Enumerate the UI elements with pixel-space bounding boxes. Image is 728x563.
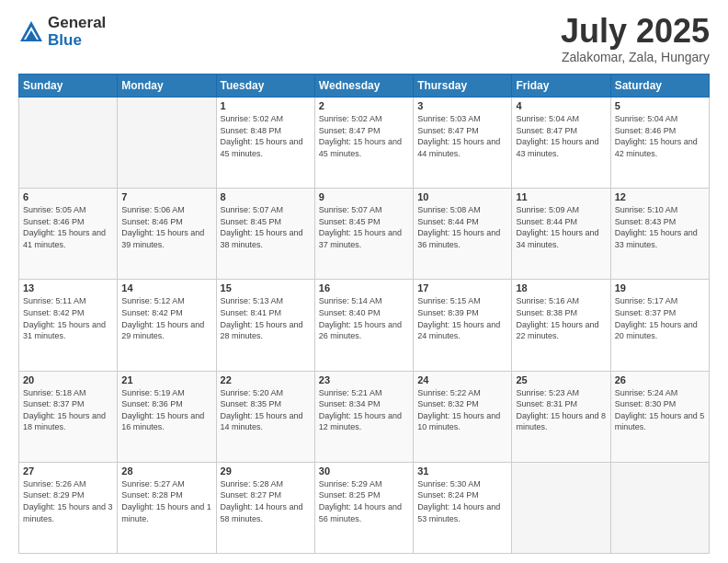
day-number: 24 xyxy=(417,374,507,385)
day-number: 28 xyxy=(121,465,211,477)
day-info: Sunrise: 5:02 AMSunset: 8:48 PMDaylight:… xyxy=(221,114,303,158)
day-info: Sunrise: 5:30 AMSunset: 8:24 PMDaylight:… xyxy=(417,479,500,523)
day-number: 12 xyxy=(615,191,705,202)
table-row: 21 Sunrise: 5:19 AMSunset: 8:36 PMDaylig… xyxy=(118,371,216,462)
day-number: 3 xyxy=(417,100,507,111)
calendar-header-row: Sunday Monday Tuesday Wednesday Thursday… xyxy=(19,75,710,98)
col-monday: Monday xyxy=(118,75,216,98)
header: General Blue July 2025 Zalakomar, Zala, … xyxy=(18,15,710,64)
day-info: Sunrise: 5:15 AMSunset: 8:39 PMDaylight:… xyxy=(417,296,500,340)
table-row: 15 Sunrise: 5:13 AMSunset: 8:41 PMDaylig… xyxy=(216,280,314,371)
table-row: 24 Sunrise: 5:22 AMSunset: 8:32 PMDaylig… xyxy=(414,371,512,462)
calendar-week-row: 20 Sunrise: 5:18 AMSunset: 8:37 PMDaylig… xyxy=(19,371,710,462)
day-info: Sunrise: 5:08 AMSunset: 8:44 PMDaylight:… xyxy=(417,205,500,249)
table-row: 30 Sunrise: 5:29 AMSunset: 8:25 PMDaylig… xyxy=(314,462,413,553)
table-row: 1 Sunrise: 5:02 AMSunset: 8:48 PMDayligh… xyxy=(216,98,314,189)
title-block: July 2025 Zalakomar, Zala, Hungary xyxy=(561,15,710,64)
calendar-week-row: 1 Sunrise: 5:02 AMSunset: 8:48 PMDayligh… xyxy=(19,98,710,189)
day-number: 31 xyxy=(417,465,507,477)
day-number: 23 xyxy=(319,374,409,385)
day-info: Sunrise: 5:24 AMSunset: 8:30 PMDaylight:… xyxy=(615,388,705,432)
day-number: 1 xyxy=(221,100,311,111)
day-number: 10 xyxy=(417,191,507,202)
day-info: Sunrise: 5:29 AMSunset: 8:25 PMDaylight:… xyxy=(319,479,402,523)
day-info: Sunrise: 5:19 AMSunset: 8:36 PMDaylight:… xyxy=(121,388,204,432)
table-row: 8 Sunrise: 5:07 AMSunset: 8:45 PMDayligh… xyxy=(216,189,314,280)
table-row: 20 Sunrise: 5:18 AMSunset: 8:37 PMDaylig… xyxy=(19,371,118,462)
day-number: 6 xyxy=(23,191,113,202)
day-number: 29 xyxy=(221,465,311,477)
table-row: 27 Sunrise: 5:26 AMSunset: 8:29 PMDaylig… xyxy=(19,462,118,553)
day-number: 17 xyxy=(417,282,507,293)
table-row: 16 Sunrise: 5:14 AMSunset: 8:40 PMDaylig… xyxy=(314,280,413,371)
day-info: Sunrise: 5:22 AMSunset: 8:32 PMDaylight:… xyxy=(417,388,500,432)
logo: General Blue xyxy=(18,15,106,49)
day-number: 26 xyxy=(615,374,705,385)
table-row: 10 Sunrise: 5:08 AMSunset: 8:44 PMDaylig… xyxy=(414,189,512,280)
col-thursday: Thursday xyxy=(414,75,512,98)
day-info: Sunrise: 5:23 AMSunset: 8:31 PMDaylight:… xyxy=(516,388,606,432)
day-number: 18 xyxy=(516,282,606,293)
title-month: July 2025 xyxy=(561,15,710,48)
day-number: 27 xyxy=(23,465,113,477)
table-row: 28 Sunrise: 5:27 AMSunset: 8:28 PMDaylig… xyxy=(118,462,216,553)
day-info: Sunrise: 5:21 AMSunset: 8:34 PMDaylight:… xyxy=(319,388,402,432)
calendar-week-row: 27 Sunrise: 5:26 AMSunset: 8:29 PMDaylig… xyxy=(19,462,710,553)
day-number: 22 xyxy=(221,374,311,385)
day-number: 8 xyxy=(221,191,311,202)
logo-text: General Blue xyxy=(48,15,106,49)
table-row: 18 Sunrise: 5:16 AMSunset: 8:38 PMDaylig… xyxy=(512,280,610,371)
table-row: 6 Sunrise: 5:05 AMSunset: 8:46 PMDayligh… xyxy=(19,189,118,280)
table-row: 29 Sunrise: 5:28 AMSunset: 8:27 PMDaylig… xyxy=(216,462,314,553)
day-number: 9 xyxy=(319,191,409,202)
col-saturday: Saturday xyxy=(610,75,709,98)
table-row: 13 Sunrise: 5:11 AMSunset: 8:42 PMDaylig… xyxy=(19,280,118,371)
calendar-week-row: 13 Sunrise: 5:11 AMSunset: 8:42 PMDaylig… xyxy=(19,280,710,371)
table-row: 14 Sunrise: 5:12 AMSunset: 8:42 PMDaylig… xyxy=(118,280,216,371)
day-info: Sunrise: 5:07 AMSunset: 8:45 PMDaylight:… xyxy=(221,205,303,249)
day-info: Sunrise: 5:06 AMSunset: 8:46 PMDaylight:… xyxy=(121,205,204,249)
day-info: Sunrise: 5:12 AMSunset: 8:42 PMDaylight:… xyxy=(121,296,204,340)
day-number: 15 xyxy=(221,282,311,293)
calendar-table: Sunday Monday Tuesday Wednesday Thursday… xyxy=(18,74,710,554)
col-wednesday: Wednesday xyxy=(314,75,413,98)
table-row xyxy=(19,98,118,189)
col-friday: Friday xyxy=(512,75,610,98)
table-row: 5 Sunrise: 5:04 AMSunset: 8:46 PMDayligh… xyxy=(610,98,709,189)
day-number: 19 xyxy=(615,282,705,293)
table-row: 9 Sunrise: 5:07 AMSunset: 8:45 PMDayligh… xyxy=(314,189,413,280)
day-info: Sunrise: 5:14 AMSunset: 8:40 PMDaylight:… xyxy=(319,296,402,340)
day-number: 21 xyxy=(121,374,211,385)
day-info: Sunrise: 5:16 AMSunset: 8:38 PMDaylight:… xyxy=(516,296,598,340)
day-number: 25 xyxy=(516,374,606,385)
logo-icon xyxy=(18,19,44,45)
day-info: Sunrise: 5:02 AMSunset: 8:47 PMDaylight:… xyxy=(319,114,402,158)
table-row xyxy=(610,462,709,553)
day-number: 16 xyxy=(319,282,409,293)
col-sunday: Sunday xyxy=(19,75,118,98)
table-row xyxy=(118,98,216,189)
day-info: Sunrise: 5:26 AMSunset: 8:29 PMDaylight:… xyxy=(23,479,113,523)
day-info: Sunrise: 5:13 AMSunset: 8:41 PMDaylight:… xyxy=(221,296,303,340)
table-row: 3 Sunrise: 5:03 AMSunset: 8:47 PMDayligh… xyxy=(414,98,512,189)
day-info: Sunrise: 5:10 AMSunset: 8:43 PMDaylight:… xyxy=(615,205,698,249)
day-number: 14 xyxy=(121,282,211,293)
title-location: Zalakomar, Zala, Hungary xyxy=(561,50,710,64)
day-number: 20 xyxy=(23,374,113,385)
day-number: 4 xyxy=(516,100,606,111)
day-info: Sunrise: 5:04 AMSunset: 8:47 PMDaylight:… xyxy=(516,114,598,158)
table-row: 7 Sunrise: 5:06 AMSunset: 8:46 PMDayligh… xyxy=(118,189,216,280)
day-info: Sunrise: 5:03 AMSunset: 8:47 PMDaylight:… xyxy=(417,114,500,158)
day-info: Sunrise: 5:04 AMSunset: 8:46 PMDaylight:… xyxy=(615,114,698,158)
day-number: 11 xyxy=(516,191,606,202)
day-number: 7 xyxy=(121,191,211,202)
day-info: Sunrise: 5:28 AMSunset: 8:27 PMDaylight:… xyxy=(221,479,303,523)
day-info: Sunrise: 5:11 AMSunset: 8:42 PMDaylight:… xyxy=(23,296,106,340)
day-info: Sunrise: 5:18 AMSunset: 8:37 PMDaylight:… xyxy=(23,388,106,432)
day-info: Sunrise: 5:17 AMSunset: 8:37 PMDaylight:… xyxy=(615,296,698,340)
table-row: 4 Sunrise: 5:04 AMSunset: 8:47 PMDayligh… xyxy=(512,98,610,189)
table-row: 25 Sunrise: 5:23 AMSunset: 8:31 PMDaylig… xyxy=(512,371,610,462)
page: General Blue July 2025 Zalakomar, Zala, … xyxy=(0,0,728,563)
logo-general-text: General xyxy=(48,15,106,32)
day-number: 2 xyxy=(319,100,409,111)
